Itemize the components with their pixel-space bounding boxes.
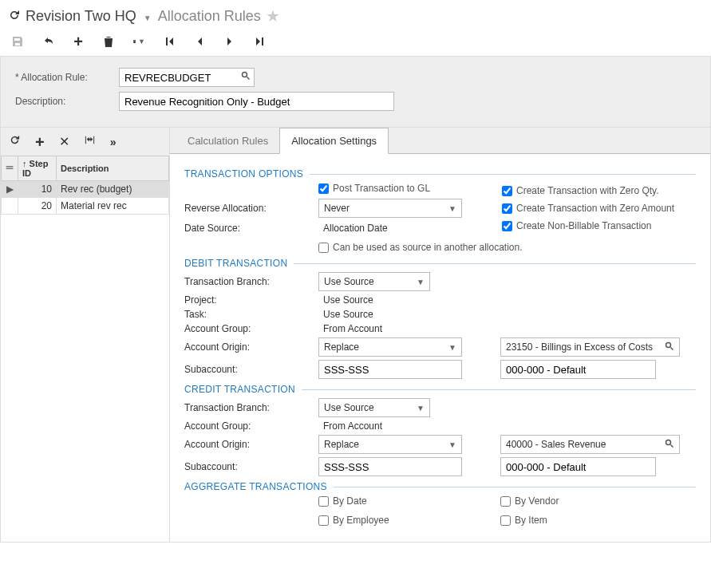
- svg-point-0: [243, 73, 247, 77]
- debit-account-group-label: Account Group:: [184, 323, 312, 334]
- credit-account-origin-label: Account Origin:: [184, 439, 312, 450]
- debit-subaccount-label: Subaccount:: [184, 364, 312, 375]
- undo-icon[interactable]: [41, 35, 54, 48]
- search-icon[interactable]: [241, 71, 251, 83]
- debit-task-value: Use Source: [318, 309, 494, 320]
- prev-icon[interactable]: [193, 35, 206, 48]
- next-icon[interactable]: [223, 35, 236, 48]
- grid-col-desc[interactable]: Description: [57, 156, 169, 181]
- chevron-down-icon: ▼: [138, 37, 145, 45]
- cell-step-id: 10: [18, 181, 57, 198]
- cell-description: Material rev rec: [57, 198, 169, 215]
- grid-refresh-icon[interactable]: [9, 134, 21, 149]
- nonbillable-checkbox[interactable]: Create Non-Billable Transaction: [502, 220, 696, 231]
- credit-account-group-value: From Account: [318, 420, 494, 432]
- reverse-label: Reverse Allocation:: [184, 203, 312, 214]
- steps-grid[interactable]: ↑ Step ID Description ▶10Rev rec (budget…: [1, 156, 169, 215]
- section-aggregate: AGGREGATE TRANSACTIONS: [184, 481, 696, 492]
- debit-account-picker[interactable]: 23150 - Billings in Excess of Costs: [500, 337, 680, 357]
- chevron-down-icon: ▼: [448, 440, 456, 449]
- aggregate-by-date-checkbox[interactable]: By Date: [318, 495, 494, 507]
- description-label: Description:: [15, 96, 119, 107]
- aggregate-by-vendor-checkbox[interactable]: By Vendor: [500, 495, 688, 507]
- aggregate-by-item-checkbox[interactable]: By Item: [500, 515, 688, 526]
- right-pane: Calculation Rules Allocation Settings TR…: [170, 128, 710, 542]
- credit-account-group-label: Account Group:: [184, 420, 312, 432]
- svg-point-6: [666, 440, 671, 444]
- save-icon[interactable]: [11, 35, 24, 48]
- debit-project-value: Use Source: [318, 294, 494, 306]
- grid-delete-icon[interactable]: ✕: [59, 134, 69, 149]
- left-toolbar: + ✕ »: [1, 128, 169, 156]
- aggregate-by-employee-checkbox[interactable]: By Employee: [318, 515, 494, 526]
- search-icon[interactable]: [665, 341, 674, 353]
- credit-branch-select[interactable]: Use Source▼: [318, 398, 430, 417]
- row-indicator: ▶: [2, 181, 18, 198]
- debit-subaccount-default-input[interactable]: [500, 360, 656, 379]
- reverse-select[interactable]: Never▼: [318, 199, 462, 218]
- chevron-down-icon: ▼: [448, 343, 456, 352]
- main-wrap: + ✕ » ↑ Step ID Description ▶10Rev rec (…: [0, 128, 711, 543]
- debit-account-origin-label: Account Origin:: [184, 341, 312, 353]
- grid-fit-icon[interactable]: [84, 134, 96, 149]
- debit-task-label: Task:: [184, 309, 312, 320]
- org-name: Revision Two HQ: [26, 8, 136, 24]
- row-indicator: [2, 198, 18, 215]
- last-icon[interactable]: [254, 35, 267, 48]
- debit-subaccount-input[interactable]: [318, 360, 462, 379]
- cell-description: Rev rec (budget): [57, 181, 169, 198]
- svg-line-7: [671, 444, 673, 447]
- svg-rect-3: [6, 168, 14, 169]
- credit-account-picker[interactable]: 40000 - Sales Revenue: [500, 435, 680, 454]
- left-pane: + ✕ » ↑ Step ID Description ▶10Rev rec (…: [1, 128, 170, 542]
- delete-icon[interactable]: [102, 35, 115, 48]
- add-icon[interactable]: +: [72, 35, 85, 48]
- form-top: Allocation Rule: Description:: [0, 56, 711, 128]
- org-dropdown-caret-icon[interactable]: ▼: [140, 14, 155, 22]
- date-source-value: Allocation Date: [318, 223, 494, 234]
- debit-account-origin-select[interactable]: Replace▼: [318, 337, 462, 357]
- zero-qty-checkbox[interactable]: Create Transaction with Zero Qty.: [502, 185, 696, 196]
- debit-branch-label: Transaction Branch:: [184, 276, 312, 287]
- chevron-down-icon: ▼: [448, 204, 456, 213]
- credit-subaccount-default-input[interactable]: [500, 457, 656, 476]
- can-source-checkbox[interactable]: Can be used as source in another allocat…: [318, 242, 523, 253]
- star-icon[interactable]: ★: [266, 6, 280, 26]
- clipboard-icon[interactable]: ▼: [132, 35, 145, 48]
- debit-account-group-value: From Account: [318, 323, 494, 334]
- allocation-rule-input[interactable]: [119, 68, 255, 87]
- grid-add-icon[interactable]: +: [35, 137, 45, 147]
- allocation-rule-field[interactable]: [119, 68, 255, 87]
- section-credit: CREDIT TRANSACTION: [184, 384, 696, 395]
- svg-line-5: [671, 347, 673, 349]
- zero-amount-checkbox[interactable]: Create Transaction with Zero Amount: [502, 203, 696, 214]
- search-icon[interactable]: [665, 439, 674, 451]
- tab-calculation-rules[interactable]: Calculation Rules: [176, 128, 279, 153]
- page-title: Revision Two HQ ▼ Allocation Rules: [26, 8, 261, 25]
- grid-col-marker[interactable]: [2, 156, 18, 181]
- page-header: Revision Two HQ ▼ Allocation Rules ★: [0, 0, 711, 32]
- tab-body: TRANSACTION OPTIONS Post Transaction to …: [170, 154, 710, 542]
- svg-line-1: [247, 77, 250, 80]
- debit-project-label: Project:: [184, 294, 312, 306]
- main-toolbar: + ▼: [0, 32, 711, 56]
- description-input[interactable]: [119, 92, 394, 111]
- credit-subaccount-input[interactable]: [318, 457, 462, 476]
- refresh-icon[interactable]: [8, 9, 21, 24]
- table-row[interactable]: 20Material rev rec: [2, 198, 169, 215]
- grid-more-icon[interactable]: »: [110, 136, 115, 148]
- cell-step-id: 20: [18, 198, 57, 215]
- allocation-rule-label: Allocation Rule:: [15, 72, 119, 83]
- tab-allocation-settings[interactable]: Allocation Settings: [279, 128, 389, 154]
- post-gl-checkbox[interactable]: Post Transaction to GL: [318, 183, 494, 194]
- chevron-down-icon: ▼: [417, 404, 425, 412]
- table-row[interactable]: ▶10Rev rec (budget): [2, 181, 169, 198]
- credit-account-origin-select[interactable]: Replace▼: [318, 435, 462, 454]
- first-icon[interactable]: [163, 35, 176, 48]
- debit-branch-select[interactable]: Use Source▼: [318, 272, 430, 291]
- credit-subaccount-label: Subaccount:: [184, 461, 312, 472]
- grid-col-step[interactable]: ↑ Step ID: [18, 156, 57, 181]
- section-debit: DEBIT TRANSACTION: [184, 258, 696, 269]
- date-source-label: Date Source:: [184, 223, 312, 234]
- section-transaction-options: TRANSACTION OPTIONS: [184, 168, 696, 180]
